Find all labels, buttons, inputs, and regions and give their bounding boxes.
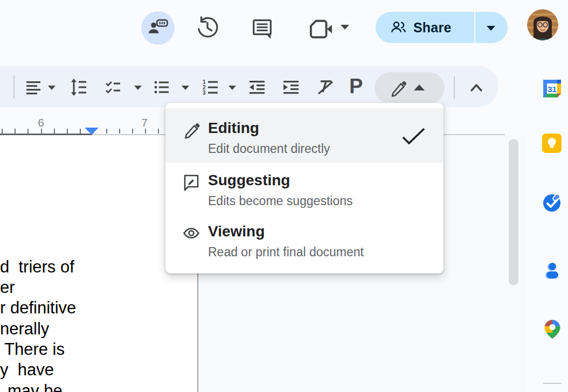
sidebar-maps-icon[interactable] [543,319,562,339]
check-icon [401,127,426,146]
bulleted-list-button[interactable] [153,79,170,96]
doc-text-line: d triers of [0,257,74,277]
sidebar-divider [543,383,562,384]
menu-item-description: Read or print final document [208,245,364,259]
share-split-divider [474,12,475,43]
menu-item-suggesting[interactable]: Suggesting Edits become suggestions [165,163,444,215]
bulleted-list-icon [153,79,170,96]
history-clock-icon [195,15,220,40]
google-docs-app: Share [0,0,568,392]
numbered-list-button[interactable]: 1 2 3 [201,78,219,96]
svg-text:31: 31 [548,85,557,94]
doc-text-line: er [0,277,15,298]
pencil-outline-icon [182,121,200,139]
ruler-mark-7: 7 [138,116,151,129]
share-people-icon [390,20,406,35]
meet-dropdown-caret[interactable] [341,25,349,30]
menu-item-title: Suggesting [208,171,353,189]
clear-formatting-button[interactable] [316,78,335,96]
checklist-icon [105,79,122,96]
sidebar-keep-icon[interactable] [542,134,562,153]
meet-call-button[interactable] [308,18,333,40]
align-caret[interactable] [48,86,56,90]
line-spacing-icon [70,78,88,96]
bulleted-list-caret[interactable] [182,86,189,90]
sidebar-tasks-icon[interactable] [542,193,562,213]
ruler-line-left [0,134,92,135]
doc-text-line: y have [0,360,54,380]
line-spacing-button[interactable] [70,78,88,96]
checklist-caret[interactable] [134,86,142,90]
increase-indent-icon [282,79,300,96]
sidebar-contacts-icon[interactable] [542,261,562,280]
account-avatar[interactable] [527,9,558,40]
doc-text-line: There is [4,339,65,360]
comments-button[interactable] [250,16,275,41]
version-history-button[interactable] [195,15,220,40]
ruler-mark-6: 6 [34,116,47,129]
menu-item-viewing[interactable]: Viewing Read or print final document [165,215,444,269]
person-captions-icon [147,17,169,39]
editing-mode-button[interactable] [375,72,445,103]
align-button[interactable] [25,79,42,96]
toolbar-divider-2 [454,76,455,99]
share-button-label: Share [413,20,451,36]
share-dropdown-caret[interactable] [487,26,495,31]
collaborators-presence-button[interactable] [141,11,175,45]
increase-indent-button[interactable] [282,79,300,96]
menu-item-title: Editing [208,119,330,137]
indent-marker-triangle[interactable] [85,128,99,135]
decrease-indent-icon [248,79,266,96]
svg-text:3: 3 [203,90,206,96]
checklist-button[interactable] [105,79,122,96]
numbered-list-icon: 1 2 3 [201,78,219,96]
eye-icon [182,224,200,242]
menu-item-description: Edits become suggestions [208,194,353,208]
menu-item-title: Viewing [208,222,364,240]
sidebar-calendar-icon[interactable]: 31 [542,79,562,99]
video-camera-icon [308,18,333,40]
share-button[interactable]: Share [376,12,508,43]
clear-formatting-icon [316,78,335,96]
editing-mode-menu: Editing Edit document directly Suggestin… [165,103,444,274]
mode-caret-up [414,85,425,90]
comment-icon [250,16,275,41]
menu-item-description: Edit document directly [208,142,330,156]
doc-text-line: may be [8,381,63,392]
extension-p-icon[interactable]: P [349,76,363,96]
suggest-edits-icon [182,173,200,191]
decrease-indent-button[interactable] [248,79,266,96]
numbered-list-caret[interactable] [228,86,236,90]
vertical-scrollbar[interactable] [509,139,518,285]
chevron-up-icon [468,81,485,95]
pencil-icon [389,79,407,97]
toolbar-divider [13,75,15,99]
menu-item-editing[interactable]: Editing Edit document directly [165,108,444,163]
doc-text-line: r definitive [0,298,76,318]
hide-menus-button[interactable] [468,81,485,95]
align-left-icon [25,79,42,96]
doc-text-line: nerally [0,319,49,339]
